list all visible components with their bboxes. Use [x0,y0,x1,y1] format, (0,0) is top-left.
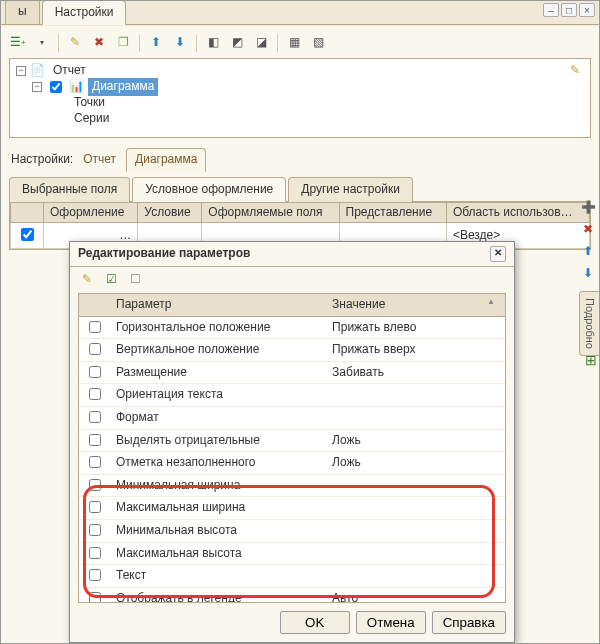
param-check[interactable] [89,569,101,581]
tree-diagram-label[interactable]: Диаграмма [88,78,158,96]
param-check[interactable] [89,501,101,513]
param-row[interactable]: Формат [79,406,505,429]
copy-icon[interactable]: ❐ [114,34,132,52]
crumb-diagram[interactable]: Диаграмма [126,148,206,172]
tool3-icon[interactable]: ◪ [252,34,270,52]
param-row[interactable]: Выделять отрицательныеЛожь [79,429,505,452]
param-value[interactable] [326,474,505,497]
param-row[interactable]: Ориентация текста [79,384,505,407]
param-value[interactable] [326,565,505,588]
param-check[interactable] [89,547,101,559]
tool5-icon[interactable]: ▧ [309,34,327,52]
tree-collapse-root[interactable]: − [16,66,26,76]
minimize-icon[interactable]: – [543,3,559,17]
dlg-edit-icon[interactable]: ✎ [78,271,96,289]
col-representation[interactable]: Представление [339,202,446,223]
window-controls: – □ × [543,3,595,17]
ok-button[interactable]: OK [280,611,350,634]
rail-up-icon[interactable]: ⬆ [580,244,596,260]
param-check[interactable] [89,321,101,333]
delete-icon[interactable]: ✖ [90,34,108,52]
param-check[interactable] [89,479,101,491]
dlg-uncheck-icon[interactable]: ☐ [126,271,144,289]
tree-root-label[interactable]: Отчет [49,62,90,80]
tree-points-label[interactable]: Точки [70,94,109,112]
param-value[interactable]: Ложь [326,452,505,475]
rail-down-icon[interactable]: ⬇ [580,266,596,282]
param-value[interactable]: Прижать вверх [326,339,505,362]
tree-series-label[interactable]: Серии [70,110,113,128]
param-value[interactable]: Забивать [326,361,505,384]
col-design[interactable]: Оформление [44,202,138,223]
dialog-body: Параметр Значение Горизонтальное положен… [78,293,506,603]
param-row[interactable]: Отметка незаполненногоЛожь [79,452,505,475]
right-rail: ➕ ✖ ⬆ ⬇ [580,200,596,282]
param-value[interactable]: Ложь [326,429,505,452]
col-area[interactable]: Область использов… [446,202,589,223]
add-list-icon[interactable]: ☰+ [9,34,27,52]
param-value[interactable] [326,519,505,542]
param-row[interactable]: Минимальная ширина [79,474,505,497]
param-check[interactable] [89,411,101,423]
tree-collapse-diagram[interactable]: − [32,82,42,92]
col-param[interactable]: Параметр [110,294,326,316]
dropdown-icon[interactable]: ▾ [33,34,51,52]
col-value[interactable]: Значение [326,294,505,316]
dlg-check-icon[interactable]: ☑ [102,271,120,289]
param-check[interactable] [89,434,101,446]
tab-other-settings[interactable]: Другие настройки [288,177,413,202]
tab-prev[interactable]: ы [5,0,40,24]
main-toolbar: ☰+ ▾ ✎ ✖ ❐ ⬆ ⬇ ◧ ◩ ◪ ▦ ▧ [9,30,591,56]
param-value[interactable] [326,497,505,520]
param-value[interactable]: Авто [326,587,505,603]
side-tab-detail[interactable]: Подробно [579,291,599,356]
col-check[interactable] [11,202,44,223]
param-row[interactable]: Отображать в легендеАвто [79,587,505,603]
tool4-icon[interactable]: ▦ [285,34,303,52]
maximize-icon[interactable]: □ [561,3,577,17]
param-row[interactable]: Максимальная ширина [79,497,505,520]
col-check[interactable] [79,294,110,316]
tool1-icon[interactable]: ◧ [204,34,222,52]
param-check[interactable] [89,456,101,468]
param-row[interactable]: Горизонтальное положениеПрижать влево [79,316,505,339]
param-value[interactable] [326,406,505,429]
param-value[interactable]: Прижать влево [326,316,505,339]
close-icon[interactable]: × [579,3,595,17]
arrow-up-icon[interactable]: ⬆ [147,34,165,52]
side-add-icon[interactable]: ⊞ [585,351,597,369]
tab-settings[interactable]: Настройки [42,0,127,25]
param-name: Минимальная ширина [110,474,326,497]
tab-selected-fields[interactable]: Выбранные поля [9,177,130,202]
rail-add-icon[interactable]: ➕ [580,200,596,216]
param-check[interactable] [89,366,101,378]
edit-icon[interactable]: ✎ [66,34,84,52]
dialog-close-icon[interactable]: ✕ [490,246,506,262]
param-value[interactable] [326,542,505,565]
tree-panel: − 📄 Отчет − 📊 Диаграмма Точки Серии ✎ [9,58,591,138]
param-row[interactable]: РазмещениеЗабивать [79,361,505,384]
param-check[interactable] [89,343,101,355]
arrow-down-icon[interactable]: ⬇ [171,34,189,52]
param-name: Ориентация текста [110,384,326,407]
tab-conditional-appearance[interactable]: Условное оформление [132,177,286,202]
rail-delete-icon[interactable]: ✖ [580,222,596,238]
param-name: Минимальная высота [110,519,326,542]
cancel-button[interactable]: Отмена [356,611,426,634]
param-check[interactable] [89,388,101,400]
tool2-icon[interactable]: ◩ [228,34,246,52]
param-value[interactable] [326,384,505,407]
param-row[interactable]: Максимальная высота [79,542,505,565]
tree-check-diagram[interactable] [50,81,62,93]
param-row[interactable]: Текст [79,565,505,588]
tree-edit-icon[interactable]: ✎ [570,63,584,77]
crumb-report[interactable]: Отчет [83,152,116,168]
col-condition[interactable]: Условие [138,202,202,223]
help-button[interactable]: Справка [432,611,506,634]
param-check[interactable] [89,524,101,536]
param-row[interactable]: Минимальная высота [79,519,505,542]
col-fields[interactable]: Оформляемые поля [202,202,339,223]
row-check[interactable] [21,228,34,241]
param-row[interactable]: Вертикальное положениеПрижать вверх [79,339,505,362]
param-check[interactable] [89,592,101,603]
